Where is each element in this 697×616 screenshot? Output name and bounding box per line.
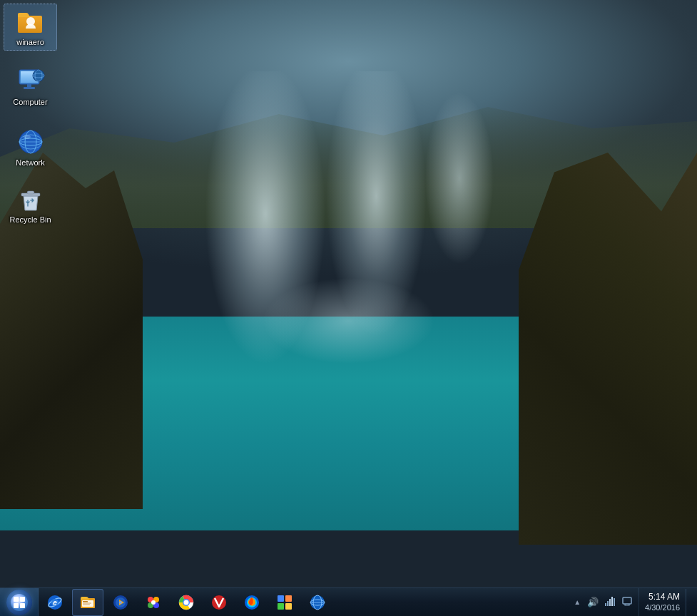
taskbar-app-4[interactable] — [138, 589, 169, 616]
svg-point-31 — [119, 601, 122, 604]
ie-icon: e — [46, 594, 63, 611]
tray-speaker-icon[interactable]: 🔊 — [586, 595, 600, 609]
svg-rect-25 — [83, 601, 88, 602]
desktop-icon-computer[interactable]: Computer — [4, 64, 57, 110]
svg-rect-53 — [609, 599, 611, 606]
clock-time: 5:14 AM — [648, 592, 680, 603]
show-desktop-button[interactable] — [686, 589, 691, 616]
app4-icon — [145, 594, 162, 611]
network-icon-label: Network — [16, 158, 44, 168]
taskbar-app-7[interactable] — [269, 589, 300, 616]
taskbar-apps: e — [39, 588, 561, 616]
svg-point-39 — [184, 600, 189, 605]
svg-text:e: e — [53, 599, 57, 607]
desktop-icon-winaero[interactable]: winaero — [4, 4, 57, 51]
desktop-icon-recycle-bin[interactable]: Recycle Bin — [4, 182, 57, 227]
taskbar-app-8[interactable] — [302, 589, 333, 616]
svg-rect-18 — [27, 191, 34, 194]
svg-rect-46 — [285, 603, 292, 610]
system-tray: ▲ 🔊 — [561, 588, 697, 616]
svg-rect-26 — [83, 602, 91, 603]
taskbar-app-firefox[interactable] — [236, 589, 268, 616]
svg-rect-6 — [27, 84, 31, 87]
tray-network-icon[interactable] — [603, 594, 617, 610]
svg-rect-51 — [605, 603, 606, 606]
svg-rect-27 — [83, 604, 90, 605]
computer-icon-label: Computer — [13, 98, 47, 107]
svg-rect-44 — [285, 595, 292, 602]
recycle-icon-image — [16, 185, 45, 213]
desktop-icon-network[interactable]: Network — [4, 125, 57, 170]
svg-rect-43 — [278, 595, 284, 602]
svg-rect-45 — [278, 603, 284, 610]
start-button[interactable] — [0, 588, 39, 617]
tray-chevron-icon[interactable]: ▲ — [571, 597, 583, 607]
svg-point-36 — [151, 600, 156, 605]
taskbar-app-ie[interactable]: e — [39, 589, 71, 616]
explorer-icon — [79, 594, 96, 611]
app8-icon — [309, 594, 326, 611]
winaero-icon-label: winaero — [16, 38, 44, 47]
app7-icon — [276, 594, 293, 611]
chrome-icon — [178, 594, 195, 611]
vivaldi-icon — [210, 594, 228, 611]
svg-rect-56 — [623, 597, 631, 604]
winaero-icon-image — [16, 7, 45, 36]
svg-point-16 — [24, 135, 31, 139]
svg-rect-7 — [24, 87, 35, 89]
taskbar-app-wmp[interactable] — [105, 589, 136, 616]
taskbar-app-chrome[interactable] — [171, 589, 202, 616]
computer-icon-image — [16, 67, 45, 96]
windows-logo — [11, 594, 28, 611]
taskbar-app-explorer[interactable] — [72, 589, 103, 616]
recycle-icon-label: Recycle Bin — [9, 215, 51, 225]
svg-rect-55 — [614, 598, 615, 606]
network-icon-image — [16, 128, 45, 156]
svg-rect-52 — [607, 601, 609, 606]
wmp-icon — [112, 594, 129, 611]
waterfall-mist — [71, 71, 626, 428]
svg-point-8 — [33, 70, 44, 81]
tray-icons: ▲ 🔊 — [567, 588, 639, 616]
clock[interactable]: 5:14 AM 4/30/2016 — [639, 588, 686, 616]
svg-rect-54 — [611, 597, 613, 606]
taskbar-app-vivaldi[interactable] — [203, 589, 235, 616]
desktop: winaero — [0, 0, 697, 616]
clock-date: 4/30/2016 — [645, 602, 680, 612]
firefox-icon — [243, 594, 260, 611]
taskbar: e — [0, 587, 697, 616]
start-orb — [6, 590, 32, 615]
tray-action-center-icon[interactable] — [620, 594, 634, 610]
